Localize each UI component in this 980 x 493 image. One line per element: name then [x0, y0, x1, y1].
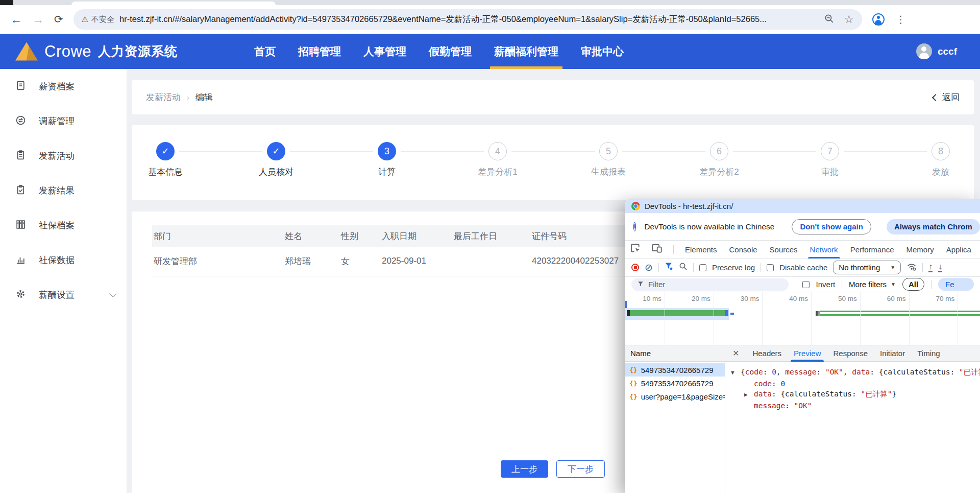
- step-label: 发放: [905, 166, 976, 178]
- step-number: 6: [710, 142, 728, 160]
- filter-input[interactable]: Filter: [631, 278, 789, 291]
- divider: [922, 263, 923, 272]
- menu-dots-icon[interactable]: ⋮: [896, 13, 906, 26]
- json-token: message: [785, 368, 816, 376]
- json-token: "OK": [825, 368, 843, 376]
- sidebar-item-4[interactable]: 发薪结果: [0, 173, 127, 208]
- next-step-button[interactable]: 下一步: [556, 460, 605, 478]
- panel-tab-performance[interactable]: Performance: [850, 241, 894, 259]
- sidebar-item-6[interactable]: 社保数据: [0, 243, 127, 277]
- active-tab[interactable]: [71, 2, 276, 5]
- nav-item-4[interactable]: 假勤管理: [429, 34, 472, 69]
- expander-icon[interactable]: ▶: [744, 390, 754, 401]
- back-label: 返回: [942, 91, 960, 103]
- step-number: 8: [932, 142, 950, 160]
- panel-tab-elements[interactable]: Elements: [685, 241, 717, 259]
- panel-tab-applica[interactable]: Applica: [946, 241, 971, 259]
- detail-tab-preview[interactable]: Preview: [794, 345, 821, 362]
- detail-tab-response[interactable]: Response: [833, 345, 868, 362]
- brand-name: Crowe: [44, 42, 91, 61]
- request-row-3[interactable]: {}user?page=1&pageSize=10...: [625, 390, 725, 403]
- filter-funnel-icon[interactable]: [665, 262, 673, 273]
- network-search-icon[interactable]: [679, 262, 688, 273]
- sidebar-item-label: 发薪活动: [39, 150, 75, 162]
- panel-tab-network[interactable]: Network: [810, 241, 838, 259]
- profile-icon[interactable]: [872, 13, 885, 26]
- step-label: 差异分析2: [683, 166, 755, 178]
- expander-icon[interactable]: ▼: [731, 368, 741, 379]
- clear-icon[interactable]: ⊘: [645, 263, 653, 272]
- zoom-out-icon[interactable]: [824, 14, 834, 26]
- table-cell: 女: [339, 247, 380, 276]
- name-column-header[interactable]: Name: [625, 345, 725, 361]
- detail-tab-headers[interactable]: Headers: [752, 345, 781, 362]
- throttling-select[interactable]: No throttling ▼: [833, 261, 901, 274]
- timeline-tick: 20 ms: [670, 295, 710, 302]
- table-cell: 郑培瑶: [283, 247, 339, 276]
- disable-cache-checkbox[interactable]: [767, 264, 774, 271]
- timeline-gridline: [958, 292, 958, 345]
- dont-show-again-button[interactable]: Don't show again: [792, 219, 871, 234]
- sidebar-item-2[interactable]: 调薪管理: [0, 104, 127, 138]
- waterfall-bar-2[interactable]: [820, 311, 980, 316]
- nav-item-5[interactable]: 薪酬福利管理: [494, 34, 558, 69]
- panel-tab-sources[interactable]: Sources: [770, 241, 798, 259]
- filter-type-all[interactable]: All: [902, 278, 924, 291]
- nav-item-1[interactable]: 首页: [254, 34, 276, 69]
- timeline-gridline: [909, 292, 910, 345]
- sidebar-item-3[interactable]: 发薪活动: [0, 138, 127, 173]
- divider: [673, 245, 674, 254]
- match-language-button[interactable]: Always match Chrom: [887, 219, 980, 234]
- back-icon[interactable]: ←: [10, 13, 22, 27]
- json-token: :: [816, 368, 825, 376]
- reload-icon[interactable]: ⟳: [54, 13, 63, 26]
- back-button[interactable]: 返回: [933, 91, 960, 103]
- sidebar-item-5[interactable]: 社保档案: [0, 208, 127, 243]
- record-icon[interactable]: [631, 264, 639, 271]
- sidebar-item-1[interactable]: 薪资档案: [0, 69, 127, 104]
- close-details-icon[interactable]: ✕: [732, 348, 739, 358]
- detail-tab-initiator[interactable]: Initiator: [880, 345, 905, 362]
- more-filters-button[interactable]: More filters ▼: [849, 280, 896, 289]
- url-text[interactable]: hr-test.zjf-it.cn/#/salaryManagement/add…: [119, 14, 819, 25]
- step-4: 4差异分析1: [462, 142, 533, 178]
- breadcrumb-parent[interactable]: 发薪活动: [146, 91, 181, 103]
- preserve-log-checkbox[interactable]: [699, 264, 706, 271]
- nav-item-3[interactable]: 人事管理: [363, 34, 406, 69]
- network-conditions-icon[interactable]: [906, 262, 917, 273]
- user-box[interactable]: cccf: [916, 43, 980, 59]
- nav-item-2[interactable]: 招聘管理: [298, 34, 341, 69]
- chevron-left-icon: [932, 93, 939, 101]
- timeline-gridline: [860, 292, 861, 345]
- devtools-titlebar[interactable]: DevTools - hr-test.zjf-it.cn/: [625, 199, 980, 213]
- forward-icon[interactable]: →: [32, 13, 44, 27]
- filter-type-fetch[interactable]: Fe: [938, 278, 974, 291]
- nav-item-6[interactable]: 审批中心: [581, 34, 624, 69]
- sidebar-item-label: 社保数据: [39, 254, 75, 266]
- request-row-1[interactable]: {}54973534702665729: [625, 363, 725, 377]
- json-token: :: [772, 380, 780, 388]
- import-har-icon[interactable]: ↑: [928, 263, 933, 272]
- device-toolbar-icon[interactable]: [652, 243, 662, 255]
- system-name: 人力资源系统: [98, 43, 178, 60]
- url-bar[interactable]: ⚠ 不安全 hr-test.zjf-it.cn/#/salaryManageme…: [74, 9, 862, 30]
- request-row-2[interactable]: {}54973534702665729: [625, 377, 725, 390]
- requests-header-row: Name ✕ HeadersPreviewResponseInitiatorTi…: [625, 345, 980, 362]
- panel-tab-console[interactable]: Console: [729, 241, 757, 259]
- timeline-gridline: [714, 292, 714, 345]
- prev-step-button[interactable]: 上一步: [501, 460, 548, 478]
- panel-tab-memory[interactable]: Memory: [906, 241, 934, 259]
- inspect-icon[interactable]: [630, 243, 641, 255]
- json-icon: {}: [629, 366, 638, 374]
- invert-checkbox[interactable]: [802, 281, 810, 288]
- export-har-icon[interactable]: ↓: [938, 263, 942, 272]
- detail-tab-timing[interactable]: Timing: [917, 345, 940, 362]
- bookmark-star-icon[interactable]: ☆: [844, 13, 854, 26]
- sidebar-item-7[interactable]: 薪酬设置: [0, 277, 127, 312]
- security-chip[interactable]: ⚠ 不安全: [82, 15, 114, 25]
- table-column-header: 姓名: [283, 225, 339, 247]
- step-label: 人员核对: [240, 166, 312, 178]
- step-2: ✓人员核对: [240, 142, 312, 178]
- json-token: code: [745, 368, 763, 376]
- waterfall-bar-1[interactable]: [630, 310, 725, 316]
